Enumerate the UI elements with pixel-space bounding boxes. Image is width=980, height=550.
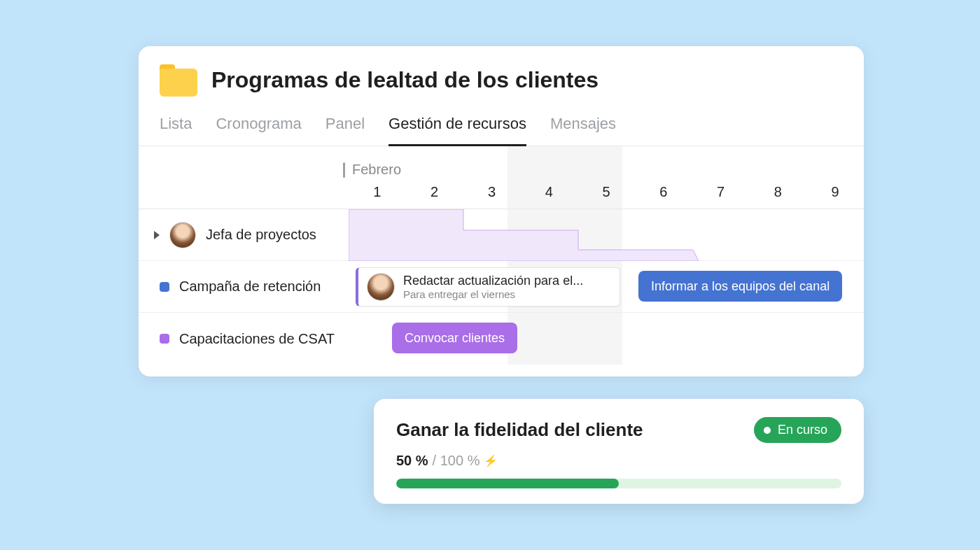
timeline-row-retencion: Campaña de retención Redactar actualizac… [139,261,864,313]
day-9: 9 [806,184,864,200]
timeline-row-csat: Capacitaciones de CSAT Convocar clientes [139,313,864,365]
day-4: 4 [520,184,578,200]
goal-metrics: 50 % / 100 % ⚡ [396,453,841,469]
task-subtitle: Para entregar el viernes [403,288,583,300]
row-label-text: Jefa de proyectos [206,227,316,243]
day-6: 6 [635,184,692,200]
metric-total: / 100 % [433,453,480,469]
day-8: 8 [749,184,806,200]
folder-icon [160,63,197,97]
timeline-header: Febrero 1 2 3 4 5 6 7 8 9 [139,146,864,209]
progress-fill [396,479,619,488]
task-title: Redactar actualización para el... [403,274,583,288]
expand-icon[interactable] [154,231,160,239]
timeline-body: Jefa de proyectos Campaña de retención [139,209,864,365]
day-5: 5 [578,184,635,200]
capacity-chart [349,209,699,261]
tab-lista[interactable]: Lista [160,105,192,146]
avatar [169,222,196,248]
status-dot-icon [764,427,771,434]
metric-current: 50 % [396,453,428,469]
day-7: 7 [692,184,750,200]
row-label-text: Capacitaciones de CSAT [179,331,335,347]
month-tick-icon [343,162,345,178]
progress-bar [396,479,841,488]
day-numbers: 1 2 3 4 5 6 7 8 9 [349,184,864,200]
page-title: Programas de lealtad de los clientes [211,67,598,93]
timeline-row-person: Jefa de proyectos [139,209,864,261]
month-label: Febrero [343,162,401,178]
task-pill-convocar[interactable]: Convocar clientes [392,323,517,353]
goal-panel: Ganar la fidelidad del cliente En curso … [374,399,864,504]
tab-mensajes[interactable]: Mensajes [550,105,616,146]
day-2: 2 [406,184,463,200]
header: Programas de lealtad de los clientes [139,46,864,105]
goal-title: Ganar la fidelidad del cliente [396,419,643,441]
task-pill-informar[interactable]: Informar a los equipos del canal [638,271,842,302]
row-label-text: Campaña de retención [179,278,321,295]
avatar [367,273,395,301]
tab-panel[interactable]: Panel [326,105,365,146]
lightning-icon: ⚡ [484,454,498,467]
project-panel: Programas de lealtad de los clientes Lis… [139,46,864,376]
category-color-icon [160,334,169,344]
tab-cronograma[interactable]: Cronograma [216,105,301,146]
status-badge[interactable]: En curso [754,417,841,443]
day-1: 1 [349,184,406,200]
day-3: 3 [463,184,521,200]
tabs: Lista Cronograma Panel Gestión de recurs… [139,105,864,146]
task-card[interactable]: Redactar actualización para el... Para e… [356,267,620,306]
tab-gestion-recursos[interactable]: Gestión de recursos [388,105,526,146]
category-color-icon [160,282,169,292]
